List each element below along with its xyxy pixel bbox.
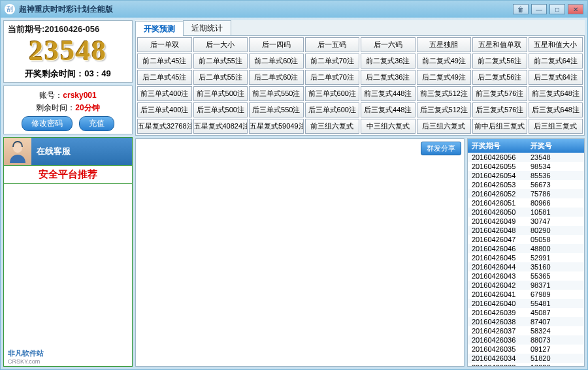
history-row[interactable]: 2016042605275786 <box>468 189 584 198</box>
maximize-button[interactable]: □ <box>549 4 565 14</box>
bet-type-button[interactable]: 后二单式55注 <box>193 70 248 85</box>
history-row[interactable]: 2016042603758324 <box>468 326 584 335</box>
bet-type-button[interactable]: 后一六码 <box>361 37 416 52</box>
group-share-button[interactable]: 群发分享 <box>421 142 461 155</box>
account-line: 账号：crsky001 <box>7 90 129 101</box>
bet-type-button[interactable]: 前二复式64注 <box>529 54 583 69</box>
history-row[interactable]: 2016042605623548 <box>468 153 584 162</box>
bet-type-button[interactable]: 前二单式60注 <box>249 54 304 69</box>
cs-avatar-icon <box>4 138 31 165</box>
bet-type-button[interactable]: 五星和值单双 <box>472 37 527 52</box>
minimize-button[interactable]: — <box>531 4 547 14</box>
app-window: 刮 超神重庆时时彩计划全能版 🗑 — □ ✕ 当前期号:20160426-056… <box>0 0 588 370</box>
bet-type-button[interactable]: 后一五码 <box>305 37 360 52</box>
bet-type-button[interactable]: 后三复式448注 <box>361 102 416 117</box>
bet-type-button[interactable]: 后三复式648注 <box>529 102 583 117</box>
history-row[interactable]: 2016042604648800 <box>468 244 584 253</box>
modify-password-button[interactable]: 修改密码 <box>22 116 73 131</box>
countdown-prefix: 开奖剩余时间： <box>25 69 84 78</box>
close-button[interactable]: ✕ <box>568 4 583 14</box>
history-row[interactable]: 2016042604298371 <box>468 281 584 290</box>
bet-type-button[interactable]: 前三单式600注 <box>305 86 360 101</box>
history-row[interactable]: 2016042605356673 <box>468 180 584 189</box>
history-row[interactable]: 2016042604167989 <box>468 290 584 299</box>
history-header: 开奖期号 开奖号 <box>468 139 584 153</box>
history-row[interactable]: 2016042603945087 <box>468 308 584 317</box>
bet-type-button[interactable]: 前二复式49注 <box>417 54 472 69</box>
bet-type-button[interactable]: 五星复式32768注 <box>137 119 192 134</box>
history-row[interactable]: 2016042604355365 <box>468 271 584 281</box>
bet-type-button[interactable]: 后三单式400注 <box>137 102 192 117</box>
trash-button[interactable]: 🗑 <box>513 4 529 14</box>
history-body[interactable]: 2016042605623548201604260559853420160426… <box>468 153 584 366</box>
bet-type-button[interactable]: 后一大小 <box>193 37 248 52</box>
bet-type-button[interactable]: 前三单式500注 <box>193 86 248 101</box>
bet-type-button[interactable]: 前二单式45注 <box>137 54 192 69</box>
bet-type-button[interactable]: 五星和值大小 <box>529 37 583 52</box>
bet-type-button[interactable]: 前三复式576注 <box>472 86 527 101</box>
bet-type-button[interactable]: 前三单式400注 <box>137 86 192 101</box>
history-row[interactable]: 2016042604930747 <box>468 217 584 226</box>
history-row[interactable]: 2016042603887407 <box>468 317 584 326</box>
bet-type-button[interactable]: 前二复式36注 <box>361 54 416 69</box>
bet-type-button[interactable]: 前三单式550注 <box>249 86 304 101</box>
bet-type-button[interactable]: 五星复式40824注 <box>193 119 248 134</box>
bet-type-button[interactable]: 后三单式550注 <box>249 102 304 117</box>
promo-box: 在线客服 安全平台推荐 非凡软件站 CRSKY.com <box>3 137 133 367</box>
bet-type-button[interactable]: 后二单式45注 <box>137 70 192 85</box>
bet-type-button[interactable]: 后二复式56注 <box>472 70 527 85</box>
bet-type-button[interactable]: 前二单式70注 <box>305 54 360 69</box>
history-row[interactable]: 2016042603451820 <box>468 354 584 363</box>
history-row[interactable]: 2016042604055481 <box>468 299 584 308</box>
prediction-panel: 群发分享 <box>135 138 465 367</box>
bet-type-button[interactable]: 后三单式500注 <box>193 102 248 117</box>
history-col-number: 开奖号 <box>527 139 584 153</box>
history-row[interactable]: 2016042604435160 <box>468 262 584 271</box>
bet-type-button[interactable]: 后二单式60注 <box>249 70 304 85</box>
history-row[interactable]: 2016042603688073 <box>468 335 584 345</box>
bet-type-button[interactable]: 前三组六复式 <box>305 119 360 134</box>
bet-type-button[interactable]: 五星复式59049注 <box>249 119 304 134</box>
history-row[interactable]: 2016042603313028 <box>468 363 584 366</box>
history-col-period: 开奖期号 <box>468 139 527 153</box>
countdown: 开奖剩余时间：03 : 49 <box>8 68 128 80</box>
history-row[interactable]: 2016042603509127 <box>468 345 584 354</box>
bet-type-button[interactable]: 中三组六复式 <box>361 119 416 134</box>
history-row[interactable]: 2016042604880290 <box>468 226 584 235</box>
bet-type-button[interactable]: 前三复式448注 <box>361 86 416 101</box>
account-value: crsky001 <box>63 91 96 100</box>
remaining-line: 剩余时间：20分钟 <box>7 102 129 114</box>
bet-type-button[interactable]: 后二复式49注 <box>417 70 472 85</box>
window-title: 超神重庆时时彩计划全能版 <box>19 4 513 15</box>
bet-type-button[interactable]: 五星独胆 <box>417 37 472 52</box>
bet-type-button[interactable]: 后一单双 <box>137 37 192 52</box>
bet-type-button[interactable]: 后二单式70注 <box>305 70 360 85</box>
history-row[interactable]: 2016042605010581 <box>468 208 584 217</box>
bet-type-button[interactable]: 前三复式648注 <box>529 86 583 101</box>
bet-type-button[interactable]: 前中后组三复式 <box>472 119 527 134</box>
tab-statistics[interactable]: 近期统计 <box>183 20 231 35</box>
bet-type-button[interactable]: 后三组三复式 <box>529 119 583 134</box>
bet-type-button[interactable]: 后一四码 <box>249 37 304 52</box>
bet-type-grid: 后一单双后一大小后一四码后一五码后一六码五星独胆五星和值单双五星和值大小前二单式… <box>135 36 585 136</box>
bet-type-button[interactable]: 后三复式512注 <box>417 102 472 117</box>
history-panel: 开奖期号 开奖号 2016042605623548201604260559853… <box>467 138 585 367</box>
recharge-button[interactable]: 充值 <box>79 116 114 131</box>
bet-type-button[interactable]: 后二复式36注 <box>361 70 416 85</box>
history-row[interactable]: 2016042605485536 <box>468 171 584 180</box>
bet-type-button[interactable]: 后三单式600注 <box>305 102 360 117</box>
history-row[interactable]: 2016042604705058 <box>468 235 584 244</box>
bet-type-button[interactable]: 后三复式576注 <box>472 102 527 117</box>
lower-area: 群发分享 开奖期号 开奖号 20160426056235482016042605… <box>135 138 585 367</box>
bet-type-button[interactable]: 前二复式56注 <box>472 54 527 69</box>
bet-type-button[interactable]: 前三复式512注 <box>417 86 472 101</box>
history-row[interactable]: 2016042604552991 <box>468 253 584 262</box>
tab-prediction[interactable]: 开奖预测 <box>135 21 184 36</box>
customer-service-banner[interactable]: 在线客服 <box>4 138 132 165</box>
bet-type-button[interactable]: 前二单式55注 <box>193 54 248 69</box>
history-row[interactable]: 2016042605598534 <box>468 162 584 171</box>
history-row[interactable]: 2016042605180966 <box>468 198 584 208</box>
bet-type-button[interactable]: 后二复式64注 <box>529 70 583 85</box>
titlebar[interactable]: 刮 超神重庆时时彩计划全能版 🗑 — □ ✕ <box>1 1 587 18</box>
bet-type-button[interactable]: 后三组六复式 <box>417 119 472 134</box>
